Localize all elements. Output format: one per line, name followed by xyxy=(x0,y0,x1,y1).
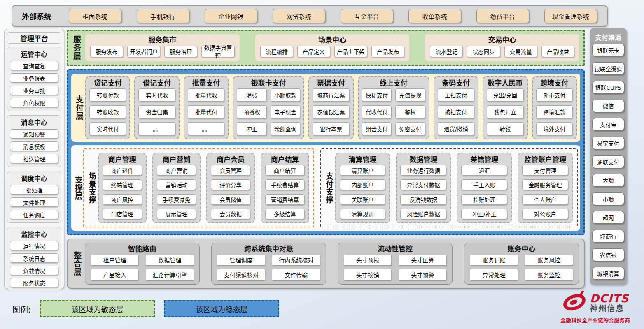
external-system-box: 企业网银 xyxy=(205,9,257,23)
service-item-box: 服务治理 xyxy=(164,46,197,57)
service-item-box: 产品定义 xyxy=(297,46,330,57)
integration-item-box: 异常处理 xyxy=(470,269,518,280)
payment-item-box: 农信银汇票 xyxy=(313,105,349,118)
support-column-title: 差错管理 xyxy=(461,155,507,165)
support-item-box: 商户风控 xyxy=(103,194,142,205)
support-column: 差错管理 退汇手工入账挂账处理冲正/补正 xyxy=(457,153,512,223)
service-group-items: 服务发布开发者门户服务治理数据字典管理 xyxy=(90,45,235,58)
management-section-title: 调度中心 xyxy=(10,173,58,182)
service-group-items: 流程编排产品定义产品上下架产品发布 xyxy=(260,45,405,58)
payment-item-box: 余额查询 xyxy=(271,122,300,135)
support-item-box: 内部账户 xyxy=(340,179,386,190)
service-layer: 服务层 服务集市 服务发布开发者门户服务治理数据字典管理 场景中心 流程编排产品… xyxy=(67,30,585,66)
integration-item-box: 账务监控 xyxy=(525,269,573,280)
support-item-box: 风险账户数据 xyxy=(400,209,446,219)
support-column-items: 商户结算手续费结算营销费结算多级结算 xyxy=(265,165,305,219)
support-group-label: 支付支撑 xyxy=(325,153,333,223)
payment-channel-box: 农信银 xyxy=(592,248,624,261)
management-item-box: 负载情况 xyxy=(10,266,58,275)
integration-group: 跨系统集中对账 管理调度行内系统核对支付渠道核对文件传输 xyxy=(211,243,326,285)
dcits-logo: DCITS 神州信息 金融科技全产业链综合服务商 xyxy=(554,291,637,324)
integration-item-box: 头寸核销 xyxy=(344,269,392,280)
management-section-title: 消息中心 xyxy=(10,117,58,126)
support-item-box: 手续费减免 xyxy=(157,194,196,205)
management-section-title: 运管中心 xyxy=(10,49,58,58)
payment-channels-items: 银联无卡银联全渠道银联CUPS微信支付宝易宝支付通联支付大额小额超网城商行农信银… xyxy=(592,44,624,280)
payment-item-box: 小额取款 xyxy=(271,88,300,102)
external-system-box: 柜面系统 xyxy=(69,9,121,23)
management-item-box: 业务审批 xyxy=(10,86,58,95)
payment-category-items: 外币支付跨境汇款境外支付 xyxy=(536,88,573,135)
payment-category-items: 兑出/兑回钱包开立转钱 xyxy=(487,88,523,135)
service-group: 场景中心 流程编排产品定义产品上下架产品发布 xyxy=(255,34,410,61)
support-item-box: 营销活动 xyxy=(157,179,196,190)
payment-category-title: 银联卡支付 xyxy=(237,78,300,88)
payment-item-box: 充值提现 xyxy=(395,88,425,102)
support-layer: 支撑层 场景支撑 商户管理 商户进件终端管理商户风控 xyxy=(71,145,580,231)
integration-item-box: 账务风控 xyxy=(525,255,573,265)
support-item-box: 门店管理 xyxy=(103,209,142,219)
integration-group-title: 智能路由 xyxy=(91,243,194,255)
payment-channel-box: 银联全渠道 xyxy=(592,62,624,75)
payment-item-box: 组合支付 xyxy=(362,122,392,135)
support-item-box: 手续费结算 xyxy=(265,179,305,190)
support-groups: 场景支撑 商户管理 商户进件终端管理商户风控门店管理 商户营 xyxy=(83,148,578,227)
architecture-main: 服务层 服务集市 服务发布开发者门户服务治理数据字典管理 场景中心 流程编排产品… xyxy=(67,30,585,289)
management-item-box: 服务状态 xyxy=(10,278,58,287)
service-item-box: 流水登记 xyxy=(430,46,463,57)
payment-item-box: 主扫支付 xyxy=(438,88,474,102)
management-item-box: 运行情况 xyxy=(10,241,58,250)
payment-category: 数字人民币 兑出/兑回钱包开立转钱 xyxy=(483,76,527,139)
payment-item-box: 免密支付 xyxy=(395,122,425,135)
payment-item-box: 兑出/兑回 xyxy=(487,88,523,102)
service-item-box: 流程编排 xyxy=(260,46,293,57)
external-systems-items: 柜面系统手机银行企业网银网贷系统互金平台收单系统缴费平台现金管理系统 xyxy=(61,9,607,23)
external-system-box: 缴费平台 xyxy=(476,9,529,23)
support-column-items: 会员管理评价分享会员储值会员数据 xyxy=(211,165,250,219)
service-groups: 服务集市 服务发布开发者门户服务治理数据字典管理 场景中心 流程编排产品定义产品… xyxy=(85,34,579,61)
payment-category: 借记支付 实时代收资金归集。。 xyxy=(134,76,179,139)
integration-group: 智能路由 租户管理数据管理产品接入汇路计算引擎 xyxy=(85,243,200,285)
payment-category: 条码支付 主扫支付被扫支付退货/撤销 xyxy=(434,76,478,139)
payment-item-box: 转账付款 xyxy=(89,88,126,102)
support-column-items: 商户进件终端管理商户风控门店管理 xyxy=(103,165,142,219)
service-item-box: 产品上下架 xyxy=(334,46,367,57)
logo-brand: DCITS xyxy=(590,293,629,304)
support-item-box: 多级结算 xyxy=(265,209,305,219)
support-item-box: 手工入账 xyxy=(461,179,507,190)
management-item-box: 查询查复 xyxy=(10,61,58,70)
management-item-box: 角色权限 xyxy=(10,98,58,107)
support-column: 监管账户管理 支付管理金融服务管理个人账户对公账户 xyxy=(518,153,573,223)
service-layer-label: 服务层 xyxy=(72,34,80,61)
payment-item-box: 批量代付 xyxy=(188,105,224,118)
payment-category-title: 批量支付 xyxy=(188,78,224,88)
support-group-label: 场景支撑 xyxy=(88,153,96,223)
service-item-box: 服务发布 xyxy=(90,46,123,57)
management-item-box: 推送管理 xyxy=(10,154,58,163)
payment-item-box: 预授权 xyxy=(237,105,266,118)
support-item-box: 商户结算 xyxy=(265,165,305,176)
support-item-box: 会员数据 xyxy=(211,209,250,219)
support-column-title: 清算管理 xyxy=(340,155,386,165)
integration-group: 账务中心 账务记账账务风控异常处理账务监控 xyxy=(464,243,579,285)
management-section: 运管中心 查询查复业务报表业务审批角色权限 xyxy=(7,47,61,111)
support-column-items: 退汇手工入账挂账处理冲正/补正 xyxy=(461,165,507,219)
management-section-items: 通知预警消息模板推送管理 xyxy=(10,129,58,163)
payment-category-title: 条码支付 xyxy=(438,78,474,88)
service-item-box: 交易流量 xyxy=(504,46,537,57)
logo-company: 神州信息 xyxy=(590,304,624,313)
support-column: 商户会员 会员管理评价分享会员储值会员数据 xyxy=(206,153,255,223)
management-section-items: 运行情况系统日志负载情况服务状态 xyxy=(10,241,58,287)
support-column: 商户结算 商户结算手续费结算营销费结算多级结算 xyxy=(261,153,309,223)
management-item-box: 通知预警 xyxy=(10,129,58,139)
integration-layer-label: 整合层 xyxy=(72,243,81,285)
support-column-items: 清算账户内部账户关联账户清算规则 xyxy=(340,165,386,219)
integration-group-title: 流动性管控 xyxy=(344,243,446,255)
service-group-title: 场景中心 xyxy=(260,35,405,45)
service-group-title: 交易中心 xyxy=(430,35,574,45)
payment-category: 贷记支付 转账付款转账收款实时代付 xyxy=(85,76,130,139)
payment-item-box: 钱包开立 xyxy=(487,105,523,118)
support-item-box: 会员管理 xyxy=(211,165,250,176)
support-item-box: 支付管理 xyxy=(522,165,568,176)
support-item-box: 清算账户 xyxy=(340,165,386,176)
